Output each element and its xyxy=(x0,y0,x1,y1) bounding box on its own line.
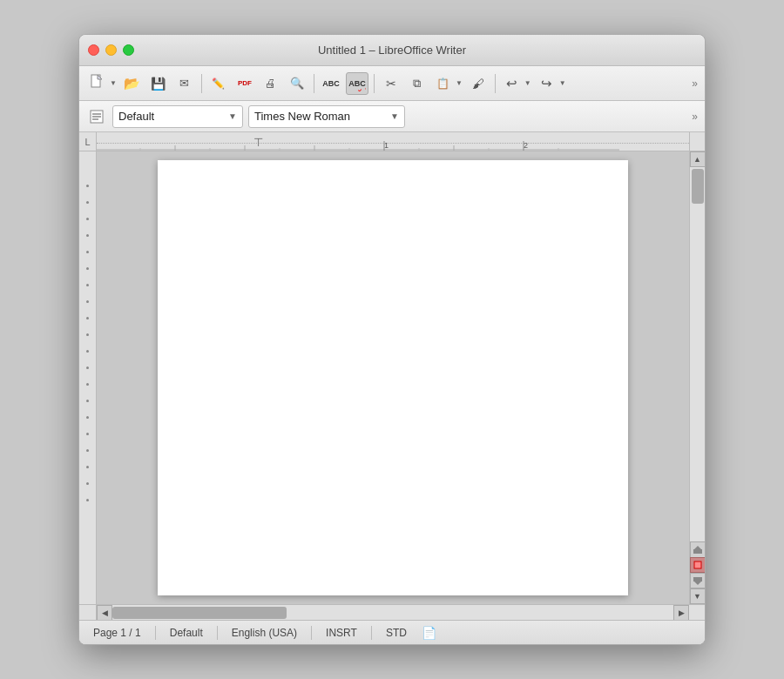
status-sep-2 xyxy=(217,626,218,640)
autospell-button[interactable]: ABC xyxy=(346,72,368,95)
undo-icon: ↩ xyxy=(506,76,517,91)
hscroll-right-button[interactable]: ▶ xyxy=(673,605,689,620)
hscroll-right-corner xyxy=(689,605,705,620)
page-icon xyxy=(693,561,702,569)
clone-format-icon: 🖌 xyxy=(472,77,484,91)
cut-icon: ✂ xyxy=(386,77,396,91)
ruler-dot xyxy=(86,300,89,303)
svg-rect-23 xyxy=(693,577,702,582)
scroll-bottom-buttons xyxy=(690,541,706,588)
ruler-row: L // We'll just draw static ticks in SVG xyxy=(79,132,705,151)
insert-mode[interactable]: INSRT xyxy=(322,627,361,639)
cut-button[interactable]: ✂ xyxy=(380,72,402,95)
ruler-dot xyxy=(86,333,89,336)
format-bar-more-button[interactable]: » xyxy=(692,111,698,123)
open-button[interactable]: 📂 xyxy=(121,72,144,95)
scroll-thumb[interactable] xyxy=(692,169,704,204)
toolbar-more-button[interactable]: » xyxy=(692,77,698,90)
redo-button[interactable]: ↪ xyxy=(536,72,558,95)
paste-button[interactable]: 📋 xyxy=(432,72,455,95)
ruler-dot xyxy=(86,449,89,452)
print-button[interactable]: 🖨 xyxy=(260,72,282,95)
new-doc-button[interactable] xyxy=(86,72,109,95)
separator-3 xyxy=(374,74,375,93)
hscroll-thumb[interactable] xyxy=(112,607,287,619)
close-button[interactable] xyxy=(88,44,99,56)
scroll-down-button[interactable]: ▼ xyxy=(690,588,706,604)
maximize-button[interactable] xyxy=(123,44,134,56)
ruler-dot xyxy=(86,234,89,237)
document-icon[interactable]: 📄 xyxy=(421,624,438,642)
svg-marker-24 xyxy=(694,582,701,585)
find-button[interactable]: 🔍 xyxy=(286,72,308,95)
open-icon: 📂 xyxy=(124,76,140,91)
style-dropdown-arrow: ▼ xyxy=(225,111,237,121)
tab-stop-marker[interactable]: ⊤ xyxy=(253,136,263,149)
edit-doc-button[interactable]: ✏️ xyxy=(207,72,230,95)
minimize-button[interactable] xyxy=(105,44,117,56)
ruler-corner[interactable]: L xyxy=(79,132,97,151)
undo-arrow[interactable]: ▼ xyxy=(524,79,532,87)
paste-arrow[interactable]: ▼ xyxy=(455,79,463,87)
save-icon: 💾 xyxy=(151,77,166,91)
ruler-dot xyxy=(86,433,89,435)
pdf-button[interactable]: PDF xyxy=(233,72,256,95)
font-dropdown-arrow: ▼ xyxy=(387,111,399,121)
redo-icon: ↪ xyxy=(541,76,552,91)
spell-button[interactable]: ABC xyxy=(320,72,342,95)
titlebar: Untitled 1 – LibreOffice Writer xyxy=(79,35,705,66)
ruler-right-corner xyxy=(689,132,705,151)
page-up-button[interactable] xyxy=(690,541,706,557)
hscroll-track xyxy=(112,605,673,620)
ruler-dot xyxy=(86,201,89,204)
paragraph-style-label: Default xyxy=(118,110,154,123)
spell-icon: ABC xyxy=(322,79,340,88)
svg-rect-22 xyxy=(694,561,701,568)
new-doc-arrow[interactable]: ▼ xyxy=(109,79,118,87)
new-doc-icon xyxy=(91,74,105,92)
new-doc-group: ▼ xyxy=(86,72,118,95)
svg-marker-21 xyxy=(694,546,701,549)
vertical-ruler xyxy=(79,151,97,604)
hscroll-left-corner xyxy=(79,605,97,620)
view-mode[interactable]: STD xyxy=(382,627,410,639)
ruler-dot xyxy=(86,218,89,220)
paragraph-style-dropdown[interactable]: Default ▼ xyxy=(112,105,243,128)
document-page[interactable] xyxy=(158,160,628,595)
email-icon: ✉ xyxy=(179,77,189,90)
scroll-up-button[interactable]: ▲ xyxy=(690,151,706,167)
ruler-mark-1: 1 xyxy=(384,141,389,150)
ruler-dot xyxy=(86,499,89,501)
separator-2 xyxy=(314,74,314,93)
save-button[interactable]: 💾 xyxy=(147,72,170,95)
document-scroll-area[interactable] xyxy=(97,151,689,604)
doc-icon-glyph: 📄 xyxy=(422,626,436,640)
copy-button[interactable]: ⧉ xyxy=(406,72,429,95)
status-sep-3 xyxy=(311,626,312,640)
edit-doc-icon: ✏️ xyxy=(212,77,225,90)
page-down-button[interactable] xyxy=(690,573,706,588)
main-toolbar: ▼ 📂 💾 ✉ ✏️ PDF 🖨 🔍 ABC ABC xyxy=(79,66,705,101)
undo-button[interactable]: ↩ xyxy=(501,72,524,95)
ruler-dot xyxy=(86,366,89,369)
scroll-track xyxy=(690,167,705,541)
redo-arrow[interactable]: ▼ xyxy=(558,79,567,87)
clone-format-button[interactable]: 🖌 xyxy=(467,72,490,95)
hscroll-left-button[interactable]: ◀ xyxy=(97,605,112,620)
redo-group: ↪ ▼ xyxy=(536,72,567,95)
ruler-dot xyxy=(86,416,89,419)
ruler-dot xyxy=(86,482,89,485)
email-button[interactable]: ✉ xyxy=(173,72,196,95)
svg-rect-20 xyxy=(693,549,702,554)
page-down-icon xyxy=(693,576,703,585)
ruler-dot xyxy=(86,317,89,319)
horizontal-ruler: // We'll just draw static ticks in SVG ⊤… xyxy=(97,132,689,151)
font-name-dropdown[interactable]: Times New Roman ▼ xyxy=(248,105,405,128)
ruler-svg xyxy=(97,132,689,151)
ruler-dotline xyxy=(97,143,689,144)
ruler-dot xyxy=(86,383,89,386)
ruler-dot xyxy=(86,251,89,253)
styles-icon[interactable] xyxy=(86,106,107,127)
editor-container: L // We'll just draw static ticks in SVG xyxy=(79,132,705,620)
ruler-dot xyxy=(86,267,89,270)
